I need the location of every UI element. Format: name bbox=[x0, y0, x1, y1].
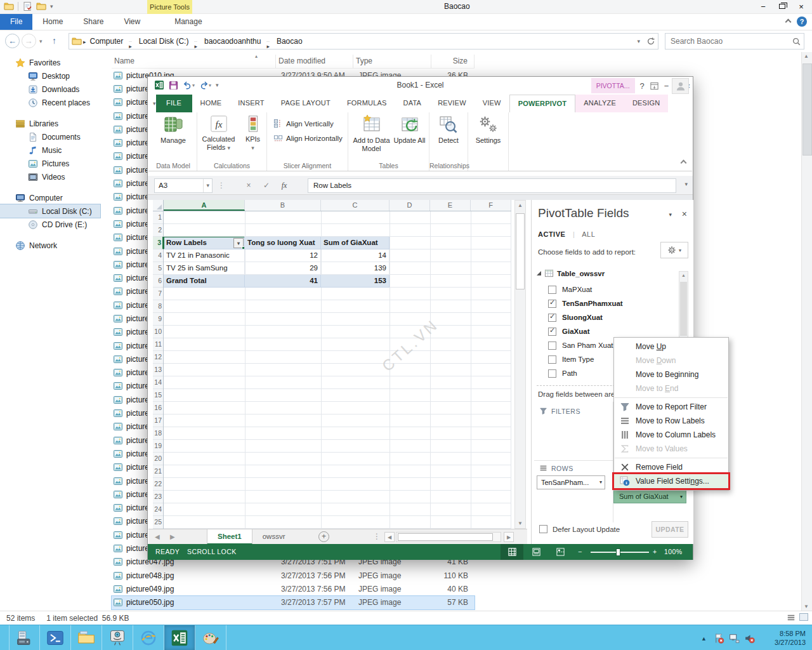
context-menu-item[interactable]: Remove Field bbox=[614, 460, 728, 474]
pivot-cell[interactable]: Tong so luong Xuat bbox=[245, 237, 321, 249]
row-header[interactable]: 24 bbox=[153, 503, 163, 516]
tab-active[interactable]: ACTIVE bbox=[538, 230, 565, 238]
sidebar-item[interactable]: Videos bbox=[0, 170, 102, 183]
explorer-tab[interactable]: Home bbox=[32, 14, 73, 30]
new-folder-icon[interactable] bbox=[36, 1, 46, 11]
align-vertically-button[interactable]: Align Vertically bbox=[273, 119, 334, 128]
volume-muted-icon[interactable] bbox=[744, 633, 755, 644]
ribbon-collapse-icon[interactable] bbox=[785, 18, 792, 25]
ribbon-tab[interactable]: DATA bbox=[395, 95, 430, 112]
pivot-cell[interactable]: 12 bbox=[245, 249, 321, 262]
minimize-button[interactable] bbox=[754, 0, 773, 13]
context-menu-item[interactable]: Move to Row Labels bbox=[614, 414, 728, 428]
forward-button[interactable] bbox=[22, 34, 36, 48]
next-sheet-arrow[interactable] bbox=[170, 533, 175, 540]
tab-all[interactable]: ALL bbox=[582, 230, 595, 238]
file-row[interactable]: picture050.jpg 3/27/2013 7:57 PM JPEG im… bbox=[112, 596, 475, 609]
sheet-tab[interactable]: owssvr bbox=[252, 529, 296, 545]
explorer-tab[interactable]: Manage bbox=[164, 14, 212, 30]
large-icons-view-icon[interactable] bbox=[799, 613, 808, 621]
panel-close-icon[interactable] bbox=[682, 209, 687, 219]
taskbar-button[interactable] bbox=[40, 625, 71, 650]
name-box[interactable]: A3 bbox=[154, 178, 213, 193]
ribbon-tab[interactable]: REVIEW bbox=[429, 95, 475, 112]
row-header[interactable]: 18 bbox=[153, 427, 163, 440]
file-row[interactable]: picture048.jpg 3/27/2013 7:56 PM JPEG im… bbox=[112, 569, 475, 582]
explorer-tab[interactable]: View bbox=[114, 14, 150, 30]
row-header[interactable]: 5 bbox=[153, 262, 163, 275]
rows-area-field[interactable]: TenSanPham... bbox=[537, 475, 605, 489]
scroll-down-icon[interactable] bbox=[518, 521, 523, 526]
pivot-cell[interactable]: 29 bbox=[245, 262, 321, 275]
action-center-flag-icon[interactable] bbox=[714, 633, 724, 644]
horizontal-scrollbar[interactable] bbox=[396, 532, 501, 542]
row-header[interactable]: 8 bbox=[153, 300, 163, 313]
context-menu-item[interactable]: Move to Column Labels bbox=[614, 428, 728, 442]
column-header[interactable]: Size bbox=[431, 55, 475, 68]
ribbon-tab[interactable]: ANALYZE bbox=[575, 95, 624, 112]
pivot-cell[interactable]: TV 21 in Panasonic bbox=[164, 249, 245, 262]
worksheet-grid[interactable]: ABCDEF 123456789101112131415161718192021… bbox=[153, 200, 526, 529]
up-button[interactable] bbox=[52, 36, 56, 46]
row-header[interactable]: 25 bbox=[153, 516, 163, 529]
row-header[interactable]: 3 bbox=[153, 237, 164, 249]
page-layout-view-button[interactable] bbox=[525, 544, 547, 560]
add-to-data-model-button[interactable]: Add to Data Model bbox=[351, 114, 392, 153]
name-box-arrow[interactable] bbox=[203, 179, 209, 192]
zoom-in-button[interactable] bbox=[653, 544, 657, 560]
detect-button[interactable]: Detect bbox=[431, 114, 466, 145]
previous-sheet-arrow[interactable] bbox=[155, 533, 160, 540]
zoom-slider-thumb[interactable] bbox=[616, 548, 620, 556]
settings-button[interactable]: Settings bbox=[471, 114, 506, 145]
field-checkbox[interactable] bbox=[548, 286, 556, 294]
taskbar-button[interactable] bbox=[195, 625, 226, 650]
user-avatar[interactable] bbox=[672, 78, 689, 94]
field-dropdown-arrow[interactable] bbox=[680, 491, 683, 503]
context-menu-item[interactable]: Move to Beginning bbox=[614, 368, 728, 381]
pivot-cell[interactable]: 153 bbox=[321, 275, 390, 288]
scroll-up-icon[interactable] bbox=[681, 273, 686, 277]
column-header[interactable]: Type bbox=[353, 55, 431, 68]
row-header[interactable]: 14 bbox=[153, 376, 163, 389]
column-header[interactable]: B bbox=[245, 200, 321, 211]
align-horizontally-button[interactable]: Align Horizontally bbox=[273, 133, 343, 143]
ribbon-tab[interactable]: POWERPIVOT bbox=[509, 95, 576, 112]
sidebar-item[interactable]: Music bbox=[0, 143, 102, 157]
field-checkbox[interactable] bbox=[548, 369, 556, 378]
scrollbar-thumb[interactable] bbox=[680, 282, 687, 336]
back-button[interactable] bbox=[5, 34, 20, 48]
tray-expand-icon[interactable] bbox=[701, 635, 707, 642]
row-header[interactable]: 11 bbox=[153, 338, 163, 351]
row-header[interactable]: 17 bbox=[153, 415, 163, 427]
scroll-up-icon[interactable] bbox=[518, 202, 523, 208]
pivot-cell[interactable]: TV 25 in SamSung bbox=[164, 262, 245, 275]
grid-vertical-scrollbar[interactable] bbox=[514, 200, 526, 529]
row-header[interactable]: 21 bbox=[153, 465, 163, 478]
search-icon[interactable] bbox=[792, 37, 801, 46]
row-header[interactable]: 13 bbox=[153, 364, 163, 376]
breadcrumb-item[interactable]: Computer bbox=[88, 37, 135, 46]
row-header[interactable]: 20 bbox=[153, 453, 163, 465]
insert-function-button[interactable] bbox=[276, 178, 292, 193]
row-header[interactable]: 16 bbox=[153, 402, 163, 415]
sidebar-item[interactable]: Documents bbox=[0, 130, 102, 143]
field-checkbox[interactable] bbox=[548, 355, 556, 364]
expand-triangle-icon[interactable] bbox=[537, 271, 541, 275]
sidebar-item[interactable]: Pictures bbox=[0, 157, 102, 170]
select-all-corner[interactable] bbox=[153, 200, 164, 211]
row-header[interactable]: 2 bbox=[153, 224, 163, 237]
tools-button[interactable] bbox=[660, 242, 688, 258]
close-button[interactable] bbox=[792, 0, 811, 13]
restore-button[interactable] bbox=[773, 0, 792, 13]
field-checkbox[interactable] bbox=[548, 300, 556, 308]
context-menu-item[interactable]: Move to Values bbox=[614, 442, 728, 456]
file-row[interactable]: picture049.jpg 3/27/2013 7:56 PM JPEG im… bbox=[112, 582, 475, 595]
breadcrumb-item[interactable]: Local Disk (C:) bbox=[136, 37, 200, 46]
column-header[interactable]: A bbox=[164, 200, 245, 211]
pivottable-tools-label[interactable]: PIVOTTA... bbox=[591, 78, 635, 93]
ribbon-tab[interactable]: HOME bbox=[192, 95, 230, 112]
row-header[interactable]: 4 bbox=[153, 249, 163, 262]
breadcrumb-item[interactable]: Baocao bbox=[274, 37, 305, 46]
panel-options-arrow[interactable] bbox=[669, 211, 672, 218]
details-view-icon[interactable] bbox=[787, 613, 796, 622]
